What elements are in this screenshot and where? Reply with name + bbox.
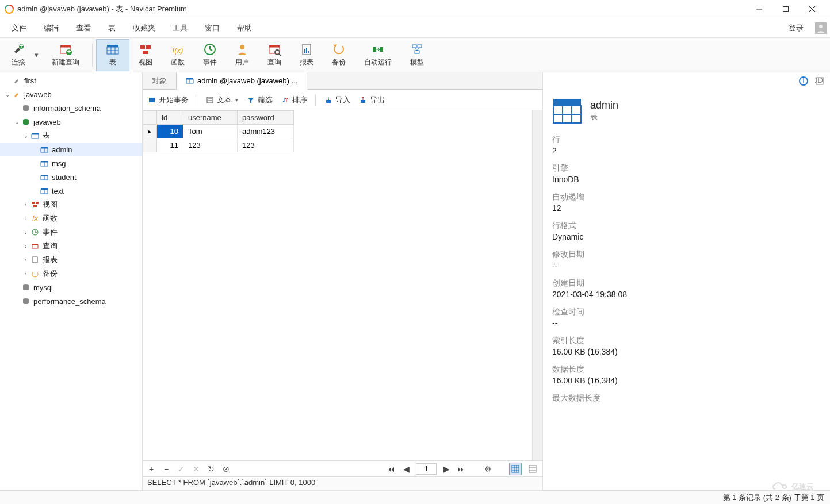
connect-dropdown[interactable]: ▾ bbox=[35, 51, 43, 59]
tree-db-mysql[interactable]: mysql bbox=[0, 280, 142, 294]
menu-view[interactable]: 查看 bbox=[68, 20, 99, 37]
event-button[interactable]: 事件 bbox=[194, 39, 226, 71]
tree-backups[interactable]: ›备份 bbox=[0, 267, 142, 280]
svg-rect-73 bbox=[207, 97, 213, 103]
tree-table-admin[interactable]: admin bbox=[0, 143, 142, 156]
data-table[interactable]: id username password ▸ 10 Tom admin123 1… bbox=[143, 110, 294, 152]
avatar-icon[interactable] bbox=[815, 22, 827, 34]
views-icon bbox=[30, 200, 40, 209]
database-icon bbox=[21, 103, 31, 113]
info-icon[interactable]: i bbox=[799, 76, 808, 86]
tree-conn-javaweb[interactable]: ⌄javaweb bbox=[0, 87, 142, 101]
svg-rect-72 bbox=[149, 98, 155, 102]
data-subtoolbar: 开始事务 文本▾ 筛选 排序 导入 导出 bbox=[143, 90, 542, 110]
tree-functions[interactable]: ›fx函数 bbox=[0, 211, 142, 225]
object-table-icon bbox=[551, 94, 583, 126]
table-item-icon bbox=[39, 159, 49, 168]
tree-views[interactable]: ›视图 bbox=[0, 198, 142, 211]
tab-admin[interactable]: admin @javaweb (javaweb) ... bbox=[177, 72, 307, 90]
main-panel: 对象 admin @javaweb (javaweb) ... 开始事务 文本▾… bbox=[143, 72, 542, 490]
tree-reports[interactable]: ›报表 bbox=[0, 253, 142, 267]
menubar: 文件 编辑 查看 表 收藏夹 工具 窗口 帮助 登录 bbox=[0, 18, 830, 38]
svg-rect-77 bbox=[361, 100, 365, 103]
form-view-button[interactable] bbox=[526, 463, 539, 475]
begin-transaction-button[interactable]: 开始事务 bbox=[147, 95, 189, 105]
tree-db-information-schema[interactable]: information_schema bbox=[0, 101, 142, 115]
import-button[interactable]: 导入 bbox=[324, 95, 350, 105]
tree-events[interactable]: ›事件 bbox=[0, 225, 142, 239]
tree-db-javaweb[interactable]: ⌄javaweb bbox=[0, 115, 142, 129]
maximize-button[interactable] bbox=[772, 0, 799, 18]
stop-button[interactable]: ⊘ bbox=[221, 464, 231, 474]
sort-icon bbox=[281, 95, 290, 105]
cancel-button[interactable]: ✕ bbox=[191, 464, 201, 474]
menu-window[interactable]: 窗口 bbox=[197, 20, 228, 37]
ddl-icon[interactable]: DDL bbox=[815, 76, 824, 86]
table-small-icon bbox=[186, 76, 194, 84]
add-row-button[interactable]: + bbox=[146, 464, 156, 474]
minimize-button[interactable] bbox=[746, 0, 772, 18]
col-id[interactable]: id bbox=[157, 111, 183, 125]
commit-button[interactable]: ✓ bbox=[176, 464, 186, 474]
tree-queries[interactable]: ›查询 bbox=[0, 239, 142, 253]
col-username[interactable]: username bbox=[183, 111, 238, 125]
user-button[interactable]: 用户 bbox=[226, 39, 258, 71]
sort-button[interactable]: 排序 bbox=[281, 95, 307, 105]
backup-button[interactable]: 备份 bbox=[323, 39, 355, 71]
prev-page-button[interactable]: ◀ bbox=[401, 464, 411, 474]
grid-view-button[interactable] bbox=[509, 463, 522, 475]
first-page-button[interactable]: ⏮ bbox=[386, 464, 396, 474]
row-indicator: ▸ bbox=[143, 125, 157, 138]
vertical-scrollbar[interactable] bbox=[532, 110, 542, 460]
close-button[interactable] bbox=[799, 0, 825, 18]
svg-point-28 bbox=[275, 50, 280, 55]
functions-icon: fx bbox=[30, 214, 40, 223]
refresh-button[interactable]: ↻ bbox=[206, 464, 216, 474]
export-button[interactable]: 导出 bbox=[358, 95, 385, 105]
delete-row-button[interactable]: − bbox=[161, 464, 171, 474]
connect-button[interactable]: + 连接 bbox=[2, 39, 35, 71]
svg-rect-58 bbox=[36, 202, 39, 204]
login-link[interactable]: 登录 bbox=[781, 20, 812, 37]
tree-table-student[interactable]: student bbox=[0, 170, 142, 184]
col-password[interactable]: password bbox=[238, 111, 294, 125]
page-input[interactable] bbox=[416, 463, 437, 475]
menu-file[interactable]: 文件 bbox=[3, 20, 35, 37]
svg-rect-34 bbox=[373, 47, 376, 52]
model-button[interactable]: 模型 bbox=[401, 39, 433, 71]
function-button[interactable]: f(x) 函数 bbox=[162, 39, 194, 71]
menu-edit[interactable]: 编辑 bbox=[36, 20, 67, 37]
menu-table[interactable]: 表 bbox=[100, 20, 124, 37]
tree-tables-folder[interactable]: ⌄表 bbox=[0, 129, 142, 143]
tree-table-msg[interactable]: msg bbox=[0, 156, 142, 170]
filter-button[interactable]: 筛选 bbox=[246, 95, 273, 105]
tab-objects[interactable]: 对象 bbox=[143, 72, 177, 89]
view-button[interactable]: 视图 bbox=[129, 39, 162, 71]
svg-text:DDL: DDL bbox=[815, 76, 824, 84]
menu-help[interactable]: 帮助 bbox=[229, 20, 260, 37]
new-query-button[interactable]: + 新建查询 bbox=[43, 39, 89, 71]
menu-favorites[interactable]: 收藏夹 bbox=[125, 20, 163, 37]
menu-tools[interactable]: 工具 bbox=[165, 20, 196, 37]
svg-rect-35 bbox=[380, 47, 383, 52]
svg-point-6 bbox=[819, 25, 823, 28]
tree-table-text[interactable]: text bbox=[0, 184, 142, 198]
settings-button[interactable]: ⚙ bbox=[483, 464, 493, 474]
text-mode-button[interactable]: 文本▾ bbox=[205, 95, 238, 105]
next-page-button[interactable]: ▶ bbox=[441, 464, 452, 474]
main-toolbar: + 连接 ▾ + 新建查询 表 视图 f(x) 函数 事件 用户 查询 报表 备… bbox=[0, 38, 830, 72]
table-row[interactable]: ▸ 10 Tom admin123 bbox=[143, 125, 294, 138]
table-button[interactable]: 表 bbox=[96, 39, 129, 71]
autorun-button[interactable]: 自动运行 bbox=[355, 39, 401, 71]
object-subtitle: 表 bbox=[590, 111, 618, 122]
tree-db-performance-schema[interactable]: performance_schema bbox=[0, 294, 142, 308]
report-button[interactable]: 报表 bbox=[290, 39, 323, 71]
table-row[interactable]: 11 123 123 bbox=[143, 138, 294, 152]
backups-icon bbox=[30, 269, 40, 278]
svg-rect-90 bbox=[553, 99, 581, 106]
svg-rect-31 bbox=[304, 49, 305, 53]
tree-conn-first[interactable]: first bbox=[0, 74, 142, 87]
query-button[interactable]: 查询 bbox=[258, 39, 290, 71]
last-page-button[interactable]: ⏭ bbox=[456, 464, 466, 474]
transaction-icon bbox=[147, 95, 156, 105]
